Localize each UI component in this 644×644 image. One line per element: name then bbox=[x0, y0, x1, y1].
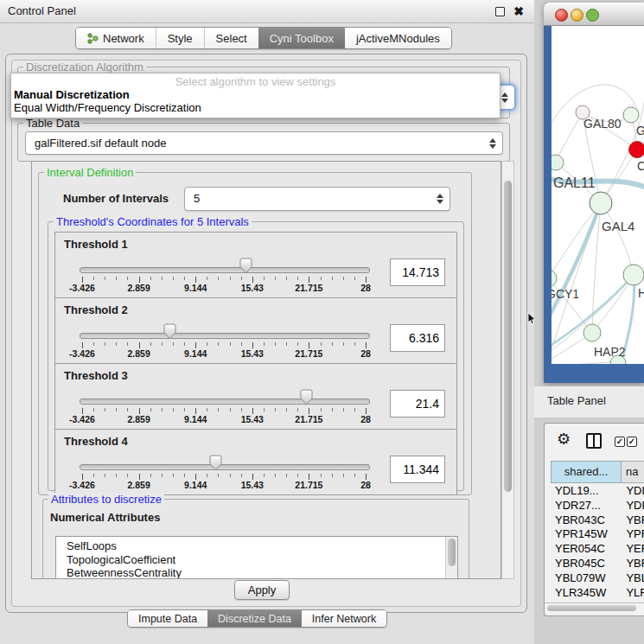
network-canvas[interactable]: GAL80 GA C GAL11 GAL4 GCY1 H HAP2 bbox=[552, 26, 644, 364]
scrollbar-thumb[interactable] bbox=[504, 181, 512, 492]
attributes-list-scrollbar[interactable] bbox=[445, 537, 457, 579]
tab-impute-data[interactable]: Impute Data bbox=[128, 610, 207, 627]
table-row[interactable]: YDR27...YDR2 bbox=[551, 499, 644, 513]
tab-select[interactable]: Select bbox=[204, 28, 258, 48]
slider-thumb[interactable] bbox=[209, 455, 222, 471]
checkbox-icon[interactable]: ✓ bbox=[615, 437, 625, 447]
control-panel-tab-bar: NetworkStyleSelectCyni ToolboxjActiveMNo… bbox=[75, 27, 452, 49]
tick-label: -3.426 bbox=[69, 348, 95, 359]
threshold-panels: Threshold 1-3.4262.8599.14415.4321.71528… bbox=[54, 233, 457, 495]
tab-discretize-data[interactable]: Discretize Data bbox=[207, 610, 302, 627]
cell-shared-name: YPR145W bbox=[551, 527, 626, 542]
tick-mark bbox=[82, 342, 83, 348]
split-columns-icon[interactable] bbox=[586, 433, 602, 449]
slider-track[interactable] bbox=[80, 464, 370, 470]
network-node[interactable] bbox=[552, 270, 557, 287]
gear-icon[interactable]: ⚙ bbox=[557, 430, 571, 448]
tick-mark bbox=[343, 408, 344, 411]
tick-mark bbox=[366, 342, 367, 348]
list-item[interactable]: SelfLoops bbox=[56, 539, 457, 553]
tab-infer-network[interactable]: Infer Network bbox=[302, 610, 386, 627]
table-horizontal-scrollbar[interactable] bbox=[545, 603, 644, 613]
network-node[interactable] bbox=[623, 265, 644, 285]
tick-mark bbox=[173, 342, 174, 346]
table-data-combobox[interactable]: galFiltered.sif default node bbox=[25, 131, 503, 155]
popup-item-equal-width-frequency[interactable]: Equal Width/Frequency Discretization bbox=[14, 101, 201, 114]
mouse-cursor-icon bbox=[527, 313, 537, 325]
table-row[interactable]: YBR045CYBR0 bbox=[551, 557, 644, 571]
apply-button[interactable]: Apply bbox=[234, 580, 290, 600]
node-label-partial-mid-right: C bbox=[637, 159, 644, 173]
scrollbar-thumb[interactable] bbox=[547, 605, 636, 611]
threshold-value-field[interactable]: 6.316 bbox=[390, 324, 445, 352]
number-of-intervals-combobox[interactable]: 5 bbox=[184, 187, 450, 211]
float-window-icon[interactable] bbox=[495, 7, 505, 16]
number-of-intervals-label: Number of Intervals bbox=[63, 192, 169, 205]
tick-mark bbox=[275, 277, 276, 280]
cell-name: YDL1 bbox=[626, 484, 644, 499]
tick-mark bbox=[252, 474, 253, 480]
window-close-icon[interactable] bbox=[555, 9, 568, 22]
tab-style[interactable]: Style bbox=[156, 28, 204, 48]
list-item[interactable]: BetweennessCentrality bbox=[56, 566, 457, 579]
slider-thumb[interactable] bbox=[163, 323, 176, 340]
tick-mark bbox=[93, 277, 94, 280]
network-node[interactable] bbox=[623, 107, 639, 123]
threshold-value-field[interactable]: 11.344 bbox=[390, 456, 445, 483]
slider-track[interactable] bbox=[80, 333, 370, 339]
tick-mark bbox=[173, 277, 174, 280]
settings-vertical-scrollbar[interactable] bbox=[501, 161, 514, 579]
tab-network[interactable]: Network bbox=[76, 28, 156, 48]
tick-mark bbox=[207, 277, 207, 280]
tick-label: 21.715 bbox=[295, 348, 322, 359]
slider-track[interactable] bbox=[80, 399, 370, 405]
threshold-value-field[interactable]: 14.713 bbox=[390, 258, 445, 286]
threshold-title: Threshold 3 bbox=[64, 369, 128, 382]
table-row[interactable]: YER054CYER0 bbox=[551, 542, 644, 557]
column-header-name[interactable]: na bbox=[622, 461, 644, 483]
network-node[interactable] bbox=[552, 155, 564, 170]
threshold-value-field[interactable]: 21.4 bbox=[390, 390, 445, 418]
close-icon[interactable]: ✖ bbox=[513, 3, 524, 19]
network-icon bbox=[87, 33, 99, 44]
table-row[interactable]: YLR345WYLR3 bbox=[551, 586, 644, 601]
tick-mark bbox=[230, 474, 231, 477]
table-row[interactable]: YBL079WYBL0 bbox=[551, 571, 644, 586]
network-node[interactable] bbox=[583, 324, 601, 341]
tab-label: Select bbox=[216, 32, 247, 45]
table-row[interactable]: YPR145WYPR1 bbox=[551, 527, 644, 542]
slider-track[interactable] bbox=[80, 267, 370, 273]
numerical-attributes-list[interactable]: SelfLoopsTopologicalCoefficientBetweenne… bbox=[55, 536, 458, 579]
network-node-selected[interactable] bbox=[629, 142, 644, 158]
table-rows: YDL19...YDL1YDR27...YDR2YBR043CYBR0YPR14… bbox=[551, 484, 644, 615]
tick-mark bbox=[184, 408, 185, 411]
slider-thumb[interactable] bbox=[300, 389, 313, 405]
column-header-shared-name[interactable]: shared... bbox=[551, 461, 622, 483]
tick-mark bbox=[354, 342, 355, 346]
tab-cyni-toolbox[interactable]: Cyni Toolbox bbox=[258, 28, 345, 48]
tick-mark bbox=[150, 474, 151, 477]
checkbox-icon[interactable]: ✓ bbox=[627, 437, 637, 447]
popup-item-manual-discretization[interactable]: Manual Discretization bbox=[14, 88, 130, 101]
tick-label: -3.426 bbox=[69, 480, 95, 490]
algorithm-dropdown-popup: Select algorithm to view settings Manual… bbox=[10, 73, 501, 118]
tab-jactivemnodules[interactable]: jActiveMNodules bbox=[345, 28, 451, 48]
threshold-panel-3: Threshold 3-3.4262.8599.14415.4321.71528… bbox=[54, 363, 457, 430]
node-label-gal4: GAL4 bbox=[602, 219, 634, 233]
network-node[interactable] bbox=[590, 192, 612, 214]
cell-shared-name: YBR043C bbox=[551, 513, 626, 528]
slider-thumb[interactable] bbox=[239, 258, 252, 274]
list-item[interactable]: TopologicalCoefficient bbox=[56, 553, 457, 567]
table-row[interactable]: YDL19...YDL1 bbox=[551, 484, 644, 499]
window-minimize-icon[interactable] bbox=[571, 9, 583, 22]
tick-mark bbox=[309, 277, 309, 283]
tick-mark bbox=[343, 474, 344, 477]
interval-definition-label: Interval Definition bbox=[44, 166, 136, 179]
scrollbar-thumb[interactable] bbox=[448, 539, 456, 566]
tick-mark bbox=[105, 408, 105, 411]
tick-mark bbox=[264, 474, 265, 477]
window-zoom-icon[interactable] bbox=[586, 9, 599, 22]
tick-mark bbox=[139, 408, 140, 414]
tick-mark bbox=[139, 474, 140, 480]
table-row[interactable]: YBR043CYBR0 bbox=[551, 513, 644, 528]
